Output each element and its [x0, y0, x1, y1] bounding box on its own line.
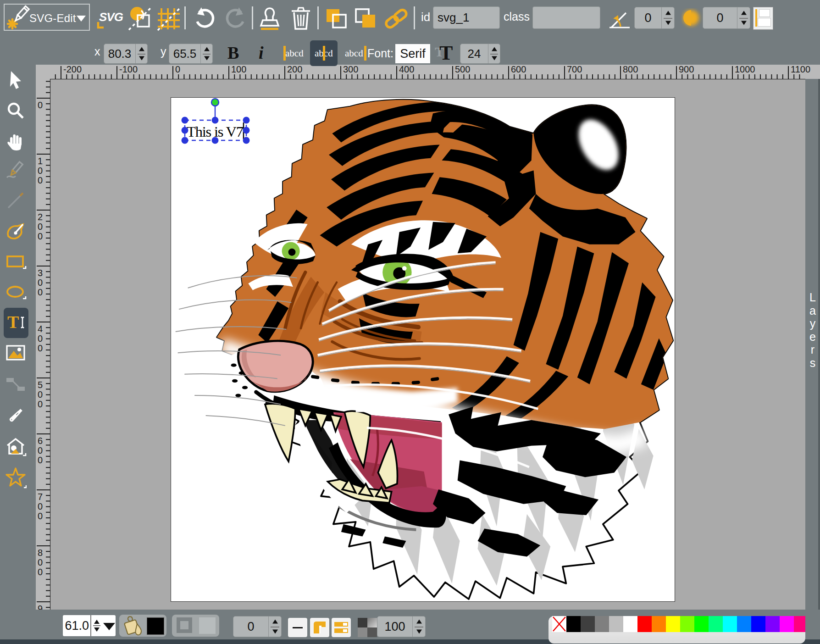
- svg-text:0: 0: [38, 567, 43, 577]
- svg-text:0: 0: [175, 65, 180, 74]
- svg-text:0: 0: [38, 511, 43, 521]
- svg-text:2: 2: [38, 212, 43, 222]
- svg-text:0: 0: [38, 389, 43, 400]
- svg-text:0: 0: [38, 175, 43, 185]
- svg-text:200: 200: [287, 65, 302, 74]
- svg-text:0: 0: [38, 231, 43, 241]
- svg-text:800: 800: [623, 65, 638, 74]
- svg-text:0: 0: [38, 278, 43, 288]
- svg-text:900: 900: [679, 65, 694, 74]
- svg-text:0: 0: [38, 501, 43, 511]
- svg-text:-100: -100: [119, 65, 138, 74]
- svg-text:-200: -200: [63, 65, 82, 74]
- svg-text:0: 0: [38, 455, 43, 465]
- svg-text:5: 5: [38, 380, 43, 390]
- svg-text:300: 300: [343, 65, 358, 74]
- svg-text:1: 1: [38, 156, 43, 166]
- svg-text:0: 0: [38, 100, 43, 110]
- svg-text:1000: 1000: [735, 65, 755, 74]
- svg-text:7: 7: [38, 492, 43, 502]
- svg-text:8: 8: [38, 548, 43, 558]
- svg-text:0: 0: [38, 333, 43, 344]
- svg-text:3: 3: [38, 268, 43, 278]
- svg-text:9: 9: [38, 604, 43, 610]
- svg-text:600: 600: [511, 65, 526, 74]
- svg-text:1100: 1100: [791, 65, 810, 74]
- svg-text:400: 400: [399, 65, 414, 74]
- svg-text:0: 0: [38, 166, 43, 176]
- svg-text:0: 0: [38, 557, 43, 567]
- svg-text:700: 700: [567, 65, 582, 74]
- svg-text:100: 100: [231, 65, 246, 74]
- svg-text:0: 0: [38, 287, 43, 297]
- svg-text:500: 500: [455, 65, 470, 74]
- svg-text:0: 0: [38, 399, 43, 409]
- svg-text:6: 6: [38, 436, 43, 446]
- svg-text:0: 0: [38, 445, 43, 455]
- svg-text:0: 0: [38, 222, 43, 232]
- svg-text:0: 0: [38, 343, 43, 353]
- svg-text:T: T: [7, 312, 19, 332]
- svg-text:4: 4: [38, 324, 43, 334]
